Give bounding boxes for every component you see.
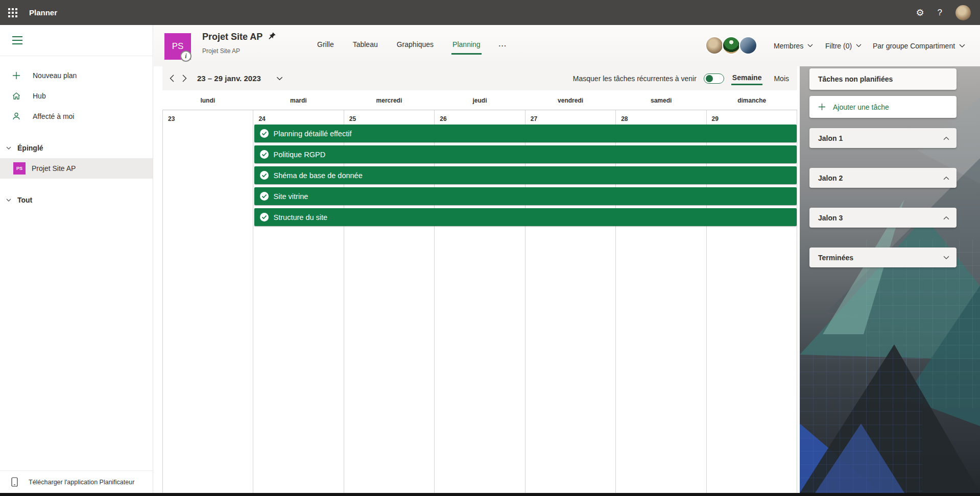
tab-graphiques[interactable]: Graphiques — [396, 37, 435, 55]
group-by-label: Par groupe Compartiment — [873, 42, 955, 50]
members-dropdown[interactable]: Membres — [774, 25, 813, 66]
hide-recurring-label: Masquer les tâches récurrentes à venir — [573, 75, 697, 83]
download-app-button[interactable]: Télécharger l'application Planificateur — [0, 470, 153, 493]
app-launcher-button[interactable] — [0, 0, 25, 25]
date-number: 23 — [168, 115, 175, 122]
chevron-down-icon — [856, 44, 862, 47]
user-avatar[interactable] — [955, 5, 971, 20]
month-view-button[interactable]: Mois — [773, 72, 790, 85]
app-title: Planner — [29, 8, 57, 17]
hide-recurring-toggle[interactable] — [704, 73, 724, 84]
member-avatar-1[interactable] — [705, 36, 724, 55]
bucket-group-terminees[interactable]: Terminées — [809, 247, 957, 267]
settings-gear-icon[interactable]: ⚙ — [916, 8, 924, 17]
task-label: Planning détaillé effectif — [274, 130, 352, 138]
day-name: vendredi — [525, 91, 616, 110]
help-icon[interactable]: ? — [938, 8, 942, 17]
unscheduled-tasks-panel: Tâches non planifiées Ajouter une tâche … — [800, 66, 980, 493]
date-range-label: 23 – 29 janv. 2023 — [197, 74, 261, 83]
task-bar[interactable]: Shéma de base de donnée — [254, 166, 797, 184]
day-name: dimanche — [706, 91, 797, 110]
info-icon[interactable]: i — [180, 51, 192, 62]
calendar-controls: 23 – 29 janv. 2023 Masquer les tâches ré… — [162, 66, 797, 90]
add-task-button[interactable]: Ajouter une tâche — [809, 96, 957, 118]
panel-header-label: Tâches non planifiées — [818, 75, 893, 83]
chevron-down-icon — [0, 146, 17, 150]
task-bar[interactable]: Structure du site — [254, 208, 797, 226]
task-bar[interactable]: Politique RGPD — [254, 145, 797, 163]
chevron-up-icon — [943, 216, 949, 220]
hamburger-menu-button[interactable] — [0, 25, 31, 56]
sidebar-item-label: Nouveau plan — [33, 71, 77, 80]
sidebar-section-all[interactable]: Tout — [0, 190, 153, 210]
date-number: 29 — [712, 115, 719, 122]
task-label: Site vitrine — [274, 192, 308, 201]
sidebar-section-pinned[interactable]: Épinglé — [0, 138, 153, 158]
add-task-label: Ajouter une tâche — [833, 103, 889, 111]
bucket-group-jalon-2[interactable]: Jalon 2 — [809, 168, 957, 188]
chevron-down-icon — [943, 256, 949, 260]
sidebar-item-hub[interactable]: Hub — [0, 86, 153, 106]
date-number: 24 — [258, 115, 265, 122]
panel-header: Tâches non planifiées — [809, 68, 957, 90]
task-bar[interactable]: Planning détaillé effectif — [254, 125, 797, 142]
completed-check-icon — [260, 129, 269, 138]
filter-label: Filtre (0) — [825, 42, 852, 50]
plan-title: Projet Site AP — [202, 32, 262, 42]
day-name: mardi — [253, 91, 344, 110]
tab-tableau[interactable]: Tableau — [352, 37, 379, 55]
pin-icon[interactable] — [268, 32, 276, 42]
day-name: lundi — [162, 91, 253, 110]
week-view-button[interactable]: Semaine — [731, 71, 763, 85]
member-avatars — [707, 36, 757, 55]
completed-check-icon — [260, 150, 269, 159]
plus-icon — [818, 103, 826, 111]
previous-week-button[interactable] — [170, 75, 174, 82]
day-cell-monday[interactable]: 23 — [163, 110, 253, 493]
day-name: mercredi — [344, 91, 435, 110]
group-by-dropdown[interactable]: Par groupe Compartiment — [873, 25, 965, 66]
waffle-icon — [8, 8, 17, 17]
completed-check-icon — [260, 192, 269, 201]
home-icon — [0, 91, 33, 101]
tab-planning[interactable]: Planning — [451, 37, 482, 55]
next-week-button[interactable] — [182, 75, 187, 82]
sidebar-item-new-plan[interactable]: Nouveau plan — [0, 65, 153, 86]
chevron-down-icon — [0, 199, 17, 202]
plan-mini-tile: PS — [13, 162, 26, 175]
plus-icon — [0, 71, 33, 80]
left-sidebar: Nouveau plan Hub Affecté à moi Épinglé P… — [0, 25, 153, 493]
sidebar-item-projet-site-ap[interactable]: PS Projet Site AP — [0, 158, 153, 179]
day-name: samedi — [616, 91, 707, 110]
bucket-label: Terminées — [818, 254, 853, 262]
date-range-dropdown[interactable] — [276, 77, 283, 81]
member-avatar-2[interactable] — [722, 36, 740, 55]
sidebar-item-assigned-to-me[interactable]: Affecté à moi — [0, 106, 153, 127]
schedule-view: 23 – 29 janv. 2023 Masquer les tâches ré… — [162, 66, 797, 493]
app-top-bar: Planner ⚙ ? — [0, 0, 980, 25]
bucket-group-jalon-3[interactable]: Jalon 3 — [809, 208, 957, 228]
more-tabs-icon[interactable]: ⋯ — [498, 41, 507, 51]
mobile-phone-icon — [0, 477, 29, 487]
sidebar-section-label: Épinglé — [17, 144, 43, 152]
date-number: 28 — [621, 115, 628, 122]
sidebar-item-label: Affecté à moi — [33, 112, 74, 120]
plan-subtitle: Projet Site AP — [202, 47, 240, 55]
filter-dropdown[interactable]: Filtre (0) — [825, 25, 862, 66]
task-bar[interactable]: Site vitrine — [254, 187, 797, 205]
bucket-label: Jalon 1 — [818, 134, 843, 142]
bucket-group-jalon-1[interactable]: Jalon 1 — [809, 128, 957, 148]
completed-check-icon — [260, 171, 269, 180]
sidebar-section-label: Tout — [17, 196, 32, 204]
planner-app: Planner ⚙ ? Nouveau plan Hub Affe — [0, 0, 980, 496]
tab-grille[interactable]: Grille — [316, 37, 335, 55]
chevron-up-icon — [943, 136, 949, 140]
task-label: Structure du site — [274, 213, 328, 221]
download-app-label: Télécharger l'application Planificateur — [29, 479, 134, 486]
member-avatar-3[interactable] — [739, 36, 757, 55]
plan-tabs: Grille Tableau Graphiques Planning ⋯ — [316, 25, 507, 66]
date-number: 26 — [440, 115, 446, 122]
chevron-up-icon — [943, 176, 949, 180]
day-name-row: lundi mardi mercredi jeudi vendredi same… — [162, 91, 797, 110]
date-number: 25 — [349, 115, 356, 122]
